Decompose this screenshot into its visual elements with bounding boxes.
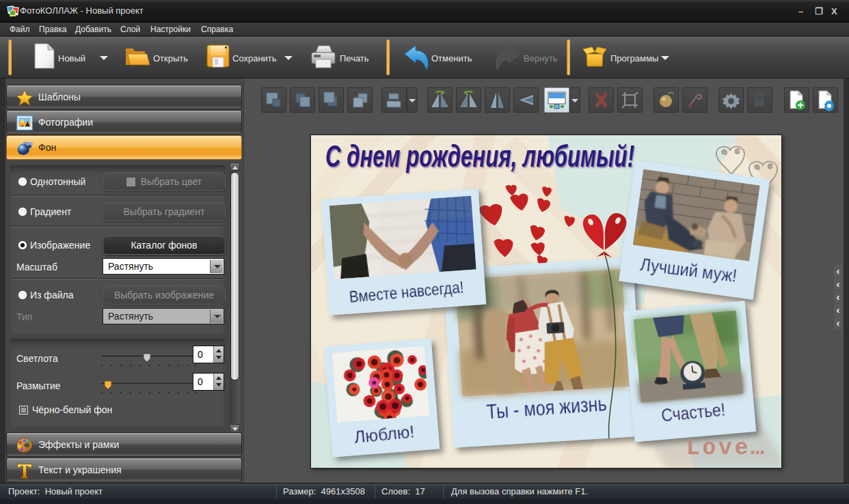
svg-text:С днем рождения, любимый!: С днем рождения, любимый! [325, 139, 634, 173]
svg-text:Love…: Love… [686, 436, 764, 461]
